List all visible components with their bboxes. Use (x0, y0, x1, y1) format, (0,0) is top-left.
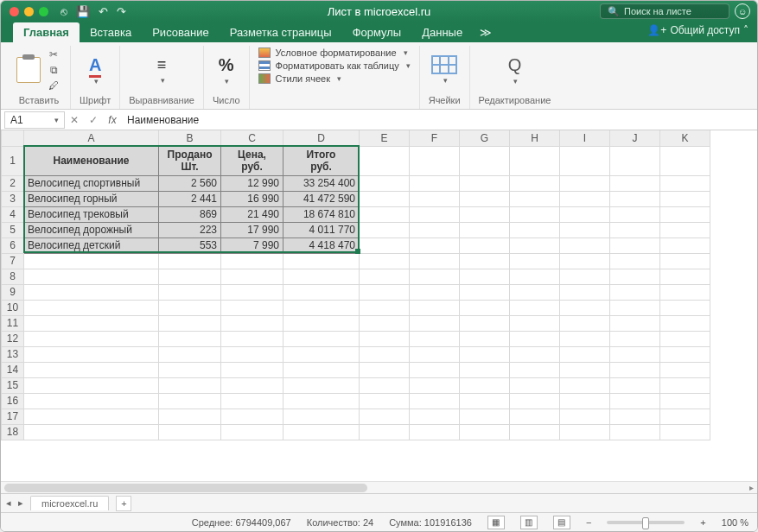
cell-C2[interactable]: 12 990 (221, 175, 283, 191)
cell-C12[interactable] (221, 331, 283, 346)
cell-J15[interactable] (610, 377, 660, 393)
row-header-4[interactable]: 4 (2, 206, 24, 222)
number-format-button[interactable]: % ▾ (219, 55, 234, 86)
cell-A13[interactable] (24, 346, 159, 362)
cell-D14[interactable] (283, 362, 360, 377)
zoom-in-button[interactable]: + (700, 517, 705, 528)
cell-F10[interactable] (410, 300, 460, 315)
cell-J9[interactable] (610, 284, 660, 300)
cell-B9[interactable] (159, 284, 221, 300)
cell-K8[interactable] (660, 269, 710, 284)
cell-H14[interactable] (510, 362, 560, 377)
cells-button[interactable]: ▾ (431, 55, 457, 85)
cell-I17[interactable] (560, 408, 610, 424)
cell-J7[interactable] (610, 253, 660, 269)
formula-input[interactable]: Наименование (122, 114, 757, 126)
row-header-12[interactable]: 12 (2, 331, 24, 346)
cell-F8[interactable] (410, 269, 460, 284)
cell-A18[interactable] (24, 424, 159, 440)
sheet-tab[interactable]: microexcel.ru (30, 496, 109, 510)
cell-K4[interactable] (660, 206, 710, 222)
cell-styles-button[interactable]: Стили ячеек▾ (258, 73, 411, 84)
cell-C3[interactable]: 16 990 (221, 191, 283, 206)
row-header-2[interactable]: 2 (2, 175, 24, 191)
cell-K12[interactable] (660, 331, 710, 346)
cell-J12[interactable] (610, 331, 660, 346)
cell-H18[interactable] (510, 424, 560, 440)
cell-K18[interactable] (660, 424, 710, 440)
cell-J17[interactable] (610, 408, 660, 424)
cell-C5[interactable]: 17 990 (221, 222, 283, 238)
cell-J18[interactable] (610, 424, 660, 440)
col-header-G[interactable]: G (460, 130, 510, 146)
cell-I13[interactable] (560, 346, 610, 362)
row-header-1[interactable]: 1 (2, 146, 24, 175)
cell-C18[interactable] (221, 424, 283, 440)
cell-A14[interactable] (24, 362, 159, 377)
cell-E14[interactable] (360, 362, 410, 377)
tab-more[interactable]: ≫ (473, 22, 499, 42)
cell-F1[interactable] (410, 146, 460, 175)
cell-I18[interactable] (560, 424, 610, 440)
cell-J10[interactable] (610, 300, 660, 315)
cell-K13[interactable] (660, 346, 710, 362)
font-button[interactable]: A ▾ (89, 55, 101, 86)
cell-K14[interactable] (660, 362, 710, 377)
cell-E6[interactable] (360, 238, 410, 253)
cell-H6[interactable] (510, 238, 560, 253)
cell-G9[interactable] (460, 284, 510, 300)
cell-H2[interactable] (510, 175, 560, 191)
cell-I9[interactable] (560, 284, 610, 300)
paste-button[interactable] (16, 57, 41, 83)
cell-A9[interactable] (24, 284, 159, 300)
cell-H1[interactable] (510, 146, 560, 175)
tab-data[interactable]: Данные (411, 22, 473, 42)
cell-F14[interactable] (410, 362, 460, 377)
row-header-6[interactable]: 6 (2, 238, 24, 253)
cell-A17[interactable] (24, 408, 159, 424)
cell-H5[interactable] (510, 222, 560, 238)
scrollbar-thumb[interactable] (4, 484, 367, 492)
row-header-10[interactable]: 10 (2, 300, 24, 315)
cell-I4[interactable] (560, 206, 610, 222)
cell-F15[interactable] (410, 377, 460, 393)
cell-D5[interactable]: 4 011 770 (283, 222, 360, 238)
cell-E2[interactable] (360, 175, 410, 191)
cell-A8[interactable] (24, 269, 159, 284)
cell-K3[interactable] (660, 191, 710, 206)
cell-C1[interactable]: Цена,руб. (221, 146, 283, 175)
cell-E13[interactable] (360, 346, 410, 362)
format-as-table-button[interactable]: Форматировать как таблицу▾ (258, 60, 411, 71)
tab-formulas[interactable]: Формулы (342, 22, 412, 42)
cell-F17[interactable] (410, 408, 460, 424)
editing-button[interactable]: Q ▾ (508, 55, 522, 86)
cell-I12[interactable] (560, 331, 610, 346)
row-header-18[interactable]: 18 (2, 424, 24, 440)
cell-H16[interactable] (510, 393, 560, 408)
cell-D6[interactable]: 4 418 470 (283, 238, 360, 253)
cell-J5[interactable] (610, 222, 660, 238)
cell-D9[interactable] (283, 284, 360, 300)
cell-B15[interactable] (159, 377, 221, 393)
redo-icon[interactable]: ↷ (117, 5, 126, 18)
cell-K5[interactable] (660, 222, 710, 238)
conditional-formatting-button[interactable]: Условное форматирование▾ (258, 48, 411, 58)
cell-D18[interactable] (283, 424, 360, 440)
cell-G12[interactable] (460, 331, 510, 346)
cell-D13[interactable] (283, 346, 360, 362)
col-header-A[interactable]: A (24, 130, 159, 146)
cell-B6[interactable]: 553 (159, 238, 221, 253)
cell-J2[interactable] (610, 175, 660, 191)
col-header-E[interactable]: E (360, 130, 410, 146)
cell-K6[interactable] (660, 238, 710, 253)
cell-G6[interactable] (460, 238, 510, 253)
cell-E7[interactable] (360, 253, 410, 269)
cell-J3[interactable] (610, 191, 660, 206)
tab-draw[interactable]: Рисование (142, 22, 219, 42)
zoom-level[interactable]: 100 % (722, 517, 748, 528)
row-header-11[interactable]: 11 (2, 315, 24, 331)
cell-F2[interactable] (410, 175, 460, 191)
cell-H7[interactable] (510, 253, 560, 269)
cell-G1[interactable] (460, 146, 510, 175)
cell-E10[interactable] (360, 300, 410, 315)
